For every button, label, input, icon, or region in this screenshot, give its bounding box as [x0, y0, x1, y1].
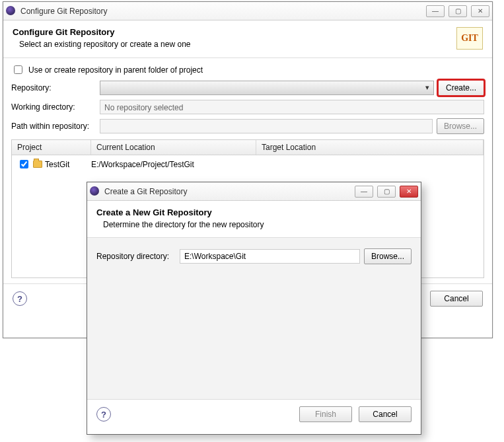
eclipse-icon [90, 186, 100, 197]
folder-icon [33, 161, 42, 168]
modal-minimize-button[interactable]: — [355, 186, 373, 198]
col-project[interactable]: Project [12, 140, 91, 155]
page-description: Select an existing repository or create … [13, 40, 456, 49]
path-within-repo-label: Path within repository: [11, 122, 96, 131]
modal-window-title: Create a Git Repository [104, 187, 355, 196]
modal-maximize-button[interactable]: ▢ [377, 186, 396, 198]
maximize-button[interactable]: ▢ [449, 5, 467, 17]
modal-title: Create a New Git Repository [96, 207, 412, 217]
table-header: Project Current Location Target Location [12, 140, 484, 155]
repo-directory-input[interactable] [180, 249, 360, 264]
modal-browse-button[interactable]: Browse... [364, 248, 412, 264]
minimize-button[interactable]: — [426, 5, 445, 17]
modal-cancel-button[interactable]: Cancel [359, 406, 412, 422]
modal-titlebar[interactable]: Create a Git Repository — ▢ ✕ [87, 182, 421, 201]
main-header: Configure Git Repository Select an exist… [3, 20, 492, 58]
eclipse-icon [6, 6, 17, 17]
modal-content: Repository directory: Browse... [87, 238, 421, 399]
use-parent-folder-checkbox[interactable] [14, 65, 22, 74]
main-titlebar[interactable]: Configure Git Repository — ▢ ✕ [3, 2, 492, 20]
repository-label: Repository: [11, 83, 96, 92]
use-parent-folder-label: Use or create repository in parent folde… [28, 65, 203, 75]
modal-close-button[interactable]: ✕ [400, 186, 418, 198]
row-current-location: E:/Workspace/Project/TestGit [91, 160, 256, 169]
page-title: Configure Git Repository [13, 27, 456, 37]
cancel-button[interactable]: Cancel [430, 291, 483, 307]
create-button[interactable]: Create... [438, 80, 484, 96]
modal-description: Determine the directory for the new repo… [96, 220, 412, 229]
col-target-location[interactable]: Target Location [256, 140, 484, 155]
git-logo-icon: GIT [456, 27, 483, 50]
main-window-title: Configure Git Repository [20, 7, 426, 16]
modal-header: Create a New Git Repository Determine th… [87, 201, 421, 238]
repository-combo[interactable] [100, 81, 434, 95]
repo-directory-label: Repository directory: [96, 252, 176, 261]
create-git-repo-dialog: Create a Git Repository — ▢ ✕ Create a N… [87, 182, 421, 435]
modal-footer: ? Finish Cancel [87, 399, 421, 429]
browse-path-button: Browse... [437, 118, 484, 134]
path-within-repo-input[interactable] [100, 119, 433, 133]
finish-button: Finish [299, 406, 352, 422]
help-icon[interactable]: ? [13, 291, 27, 306]
col-current-location[interactable]: Current Location [91, 140, 256, 155]
row-checkbox[interactable] [20, 160, 28, 168]
table-row[interactable]: TestGit E:/Workspace/Project/TestGit [12, 155, 484, 173]
working-directory-value: No repository selected [100, 100, 484, 114]
modal-help-icon[interactable]: ? [96, 407, 111, 422]
working-directory-label: Working directory: [11, 102, 96, 112]
close-button[interactable]: ✕ [471, 5, 489, 17]
row-project-name: TestGit [45, 160, 69, 169]
